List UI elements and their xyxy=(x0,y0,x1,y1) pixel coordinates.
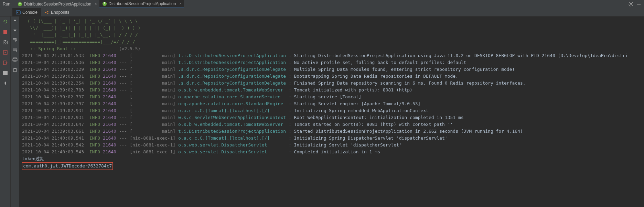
soft-wrap-icon[interactable] xyxy=(12,37,18,42)
svg-rect-24 xyxy=(3,71,5,75)
svg-rect-25 xyxy=(5,71,8,73)
svg-line-9 xyxy=(629,5,630,6)
endpoints-tab-label: Endpoints xyxy=(51,10,69,15)
log-line: 2021-10-04 21:39:01.533 INFO 21640 --- [… xyxy=(22,52,641,59)
svg-line-7 xyxy=(629,2,630,3)
log-line: 2021-10-04 21:39:03.647 INFO 21640 --- [… xyxy=(22,121,641,128)
log-line: 2021-10-04 21:39:03.661 INFO 21640 --- [… xyxy=(22,128,641,135)
log-line: 2021-10-04 21:39:02.783 INFO 21640 --- [… xyxy=(22,87,641,94)
pin-icon[interactable] xyxy=(2,80,8,86)
endpoints-icon xyxy=(44,10,49,15)
svg-rect-21 xyxy=(4,40,6,41)
run-label: Run: xyxy=(3,2,11,7)
svg-line-8 xyxy=(632,5,633,6)
gear-icon[interactable] xyxy=(628,1,634,7)
close-icon[interactable]: × xyxy=(95,2,97,6)
endpoints-tab[interactable]: Endpoints xyxy=(41,8,73,17)
log-line: 2021-10-04 21:39:02.329 INFO 21640 --- [… xyxy=(22,66,641,73)
log-line: 2021-10-04 21:39:02.797 INFO 21640 --- [… xyxy=(22,94,641,100)
svg-rect-18 xyxy=(3,30,7,34)
console-subbar: Console Endpoints xyxy=(0,8,644,17)
up-icon[interactable] xyxy=(13,19,17,23)
stop-icon[interactable] xyxy=(2,29,8,34)
run-tab-bar: Run: DistributedSessionProjectApplicatio… xyxy=(0,0,644,8)
console-icon xyxy=(16,10,21,15)
exit-icon[interactable] xyxy=(2,60,8,65)
svg-line-17 xyxy=(46,13,48,13)
run-config-tab-2[interactable]: DistributedSessionProjectApplication × xyxy=(99,0,184,8)
left-toolbar xyxy=(0,17,10,207)
print-icon[interactable] xyxy=(12,57,18,62)
close-icon[interactable]: × xyxy=(179,2,181,6)
svg-point-20 xyxy=(4,42,6,43)
svg-rect-28 xyxy=(13,59,17,61)
log-line: 2021-10-04 21:39:02.797 INFO 21640 --- [… xyxy=(22,100,641,107)
camera-icon[interactable] xyxy=(2,39,8,45)
rerun-icon[interactable] xyxy=(2,19,8,24)
log-line: 2021-10-04 21:40:09.541 INFO 21640 --- [… xyxy=(22,135,641,142)
spring-boot-icon xyxy=(102,1,107,6)
minimize-icon[interactable] xyxy=(636,2,641,7)
scroll-to-end-icon[interactable] xyxy=(12,47,18,52)
tab-label: DistributedSessionProjectApplication xyxy=(24,2,91,7)
tab-label: DistributedSessionProjectApplication xyxy=(108,1,176,6)
token-expired-line: token过期 xyxy=(22,155,641,162)
log-line: 2021-10-04 21:39:01.536 INFO 21640 --- [… xyxy=(22,59,641,66)
svg-point-2 xyxy=(630,3,632,5)
down-icon[interactable] xyxy=(13,28,17,32)
run-config-tab-1[interactable]: DistributedSessionProjectApplication × xyxy=(15,0,99,8)
svg-rect-19 xyxy=(3,41,8,44)
console-output[interactable]: ( ( )\___ | '_ | '_| | '_ \/ _` | \ \ \ … xyxy=(19,17,644,207)
log-line: 2021-10-04 21:39:02.931 INFO 21640 --- [… xyxy=(22,114,641,121)
layout-icon[interactable] xyxy=(2,70,8,76)
console-toolbar xyxy=(10,17,19,207)
svg-rect-26 xyxy=(5,73,8,75)
log-line: 2021-10-04 21:39:02.331 INFO 21640 --- [… xyxy=(22,73,641,80)
log-line: 2021-10-04 21:39:02.931 INFO 21640 --- [… xyxy=(22,107,641,114)
log-line: 2021-10-04 21:39:02.354 INFO 21640 --- [… xyxy=(22,80,641,87)
console-tab-label: Console xyxy=(22,10,37,15)
log-line: 2021-10-04 21:40:09.543 INFO 21640 --- [… xyxy=(22,149,641,155)
spring-boot-icon xyxy=(18,2,22,7)
jwt-decoder-highlight: com.auth0.jwt.JWTDecoder@632784c7 xyxy=(22,162,113,170)
svg-rect-12 xyxy=(16,11,20,14)
svg-rect-11 xyxy=(637,4,641,4)
svg-line-10 xyxy=(632,2,633,3)
main-area: ( ( )\___ | '_ | '_| | '_ \/ _` | \ \ \ … xyxy=(0,17,644,207)
svg-rect-30 xyxy=(13,69,17,72)
console-tab[interactable]: Console xyxy=(12,8,41,17)
heap-dump-icon[interactable] xyxy=(2,50,8,55)
clear-icon[interactable] xyxy=(12,67,18,72)
log-line: 2021-10-04 21:40:09.542 INFO 21640 --- [… xyxy=(22,142,641,149)
svg-line-16 xyxy=(46,11,48,12)
